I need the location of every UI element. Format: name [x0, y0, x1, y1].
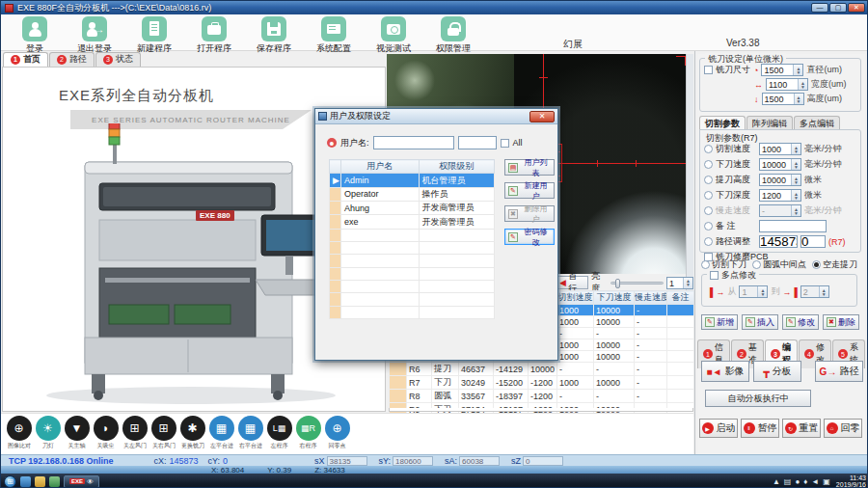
toolbar-button-config[interactable]: 系统配置	[312, 16, 356, 55]
toolbar-button-floppy[interactable]: 保存程序	[252, 16, 296, 55]
radio-icon[interactable]	[812, 260, 821, 269]
to-stepper[interactable]: 2▲▼	[800, 285, 829, 298]
param-radio[interactable]	[704, 176, 713, 184]
taskbar-clock[interactable]: 11:43 2019/9/16	[836, 474, 866, 488]
machine-button-关右风门[interactable]: ⊞关右风门	[149, 416, 177, 454]
machine-button-更换铣刀[interactable]: ✱更换铣刀	[178, 416, 206, 454]
radio-icon[interactable]	[752, 260, 761, 269]
toolbar-button-person-out[interactable]: 退出登录	[72, 16, 117, 55]
filter-input[interactable]	[458, 136, 497, 149]
tray-icon[interactable]: ♦	[803, 477, 807, 486]
dialog-button-密码修改[interactable]: ✎密码修改	[504, 229, 555, 245]
action-button-影像[interactable]: ■◄影像	[701, 361, 749, 382]
table-row[interactable]: R6提刀46637-1412910000---	[390, 363, 694, 376]
edit-button-新增[interactable]: ✎新增	[701, 314, 738, 330]
tray-icon[interactable]: ▣	[823, 477, 830, 486]
mode-radio-空走提刀[interactable]: 空走提刀	[812, 258, 857, 271]
taskbar-icon[interactable]	[20, 476, 31, 487]
machine-button-关左风门[interactable]: ⊞关左风门	[121, 416, 149, 454]
toolbar-button-new-doc[interactable]: 新建程序	[132, 16, 176, 55]
toolbar-button-camera[interactable]: 视觉测试	[371, 16, 416, 55]
slider-thumb[interactable]	[615, 279, 620, 288]
tab-路径[interactable]: 2路径	[49, 52, 95, 67]
user-table[interactable]: 用户名权限级别▶Admin机台管理员Operator操作员Ahung开发商管理员…	[329, 159, 495, 319]
tray-icon[interactable]: ▤	[784, 477, 792, 486]
param-radio[interactable]	[704, 145, 713, 153]
machine-button-右程序[interactable]: ▦R右程序	[294, 416, 322, 454]
brightness-value-stepper[interactable]: 1 ▲▼	[666, 277, 693, 289]
dialog-close-button[interactable]: ✕	[529, 111, 555, 122]
radio-icon[interactable]	[701, 260, 710, 269]
param-value-stepper[interactable]: 10000▲▼	[759, 158, 801, 171]
start-button[interactable]: ⊞	[4, 475, 16, 488]
param-radio[interactable]	[704, 237, 713, 246]
cutter-size-checkbox[interactable]	[704, 66, 713, 74]
param-radio[interactable]	[704, 160, 713, 169]
spinner-arrows-icon[interactable]: ▲▼	[794, 94, 803, 104]
param-radio[interactable]	[704, 191, 713, 200]
brightness-slider[interactable]	[610, 282, 664, 285]
tab-状态[interactable]: 3状态	[95, 52, 141, 67]
tray-icon[interactable]: ●	[795, 477, 800, 486]
control-button-重置[interactable]: ↻重置	[782, 419, 821, 438]
all-checkbox[interactable]	[501, 139, 509, 148]
machine-button-图像比对[interactable]: ⊕图像比对	[5, 416, 33, 454]
username-input[interactable]	[373, 136, 454, 149]
edit-button-插入[interactable]: ✎插入	[742, 314, 778, 330]
edit-button-删除[interactable]: ✖删除	[823, 314, 859, 330]
machine-button-刀灯[interactable]: ☀刀灯	[34, 416, 62, 454]
toolbar-button-briefcase[interactable]: 打开程序	[192, 16, 236, 55]
user-row[interactable]: Operator操作员	[330, 187, 495, 201]
action-button-路径[interactable]: G→路径	[815, 361, 863, 382]
tray-icon[interactable]: ◄	[811, 477, 819, 486]
taskbar-icon[interactable]	[35, 476, 45, 487]
multi-edit-checkbox[interactable]: 多点修改	[707, 269, 759, 282]
machine-button-右平台进[interactable]: ▦右平台进	[236, 416, 264, 454]
tray-icon[interactable]: ▲	[773, 477, 780, 486]
user-row[interactable]: ▶Admin机台管理员	[330, 174, 495, 187]
auto-depanel-button[interactable]: 自动分板执行中	[705, 390, 811, 407]
remark-input[interactable]	[759, 220, 827, 232]
param-value-stepper[interactable]: 1000▲▼	[759, 143, 801, 155]
control-button-启动[interactable]: ▶启动	[699, 419, 738, 438]
param-radio[interactable]	[704, 206, 713, 215]
tab-首页[interactable]: 1首页	[3, 52, 48, 67]
minimize-button[interactable]: —	[811, 3, 828, 13]
table-row[interactable]: R8圆弧33567-18397-1200---	[390, 390, 694, 403]
table-row[interactable]: R7下刀30249-15200-1200100010000-	[390, 376, 694, 390]
control-button-暂停[interactable]: ‖暂停	[741, 419, 779, 438]
dialog-button-用户列表[interactable]: ▤用户列表	[504, 159, 555, 176]
cutter-value-stepper[interactable]: 1500▲▼	[761, 64, 803, 76]
machine-button-左程序[interactable]: L▦左程序	[265, 416, 293, 454]
param-value-stepper[interactable]: 1200▲▼	[759, 189, 801, 202]
machine-button-回零点[interactable]: ⊕回零点	[323, 416, 351, 454]
control-button-回零[interactable]: ⌂回零	[824, 419, 862, 438]
toolbar-button-lock[interactable]: 权限管理	[431, 16, 475, 55]
spinner-arrows-icon[interactable]: ▲▼	[798, 79, 807, 90]
checkbox-icon[interactable]	[710, 271, 719, 280]
spinner-arrows-icon[interactable]: ▲▼	[791, 144, 800, 154]
dialog-button-新建用户[interactable]: ✎新建用户	[504, 182, 555, 199]
cutter-value-stepper[interactable]: 1500▲▼	[762, 93, 804, 105]
first-row-button[interactable]: ◀ 首行	[555, 276, 588, 289]
edit-button-修改[interactable]: ✎修改	[782, 314, 819, 330]
spinner-arrows-icon[interactable]: ▲▼	[791, 159, 800, 170]
spinner-arrows-icon[interactable]: ▲▼	[793, 65, 802, 75]
machine-button-关主轴[interactable]: ▼关主轴	[63, 416, 91, 454]
spinner-arrows-icon[interactable]: ▲▼	[683, 278, 692, 288]
spinner-arrows-icon[interactable]: ▲▼	[791, 175, 800, 185]
user-row[interactable]: exe开发商管理员	[330, 215, 495, 229]
machine-button-关吸尘[interactable]: ◗关吸尘	[92, 416, 120, 454]
param-radio[interactable]	[704, 222, 713, 230]
machine-button-左平台进[interactable]: ▦左平台进	[207, 416, 235, 454]
spinner-arrows-icon[interactable]: ▲▼	[791, 190, 800, 201]
param-value-stepper[interactable]: 10000▲▼	[759, 174, 801, 186]
path-adjust-value1[interactable]	[759, 235, 798, 248]
toolbar-button-person[interactable]: 登录	[13, 16, 57, 55]
close-button[interactable]: ✕	[848, 3, 865, 13]
from-stepper[interactable]: 1▲▼	[739, 285, 768, 298]
user-row[interactable]: Ahung开发商管理员	[330, 202, 495, 215]
mode-radio-圆弧中间点[interactable]: 圆弧中间点	[752, 258, 806, 271]
taskbar-icon[interactable]	[49, 476, 60, 487]
taskbar-app-button[interactable]: EXE 👁	[64, 475, 99, 488]
